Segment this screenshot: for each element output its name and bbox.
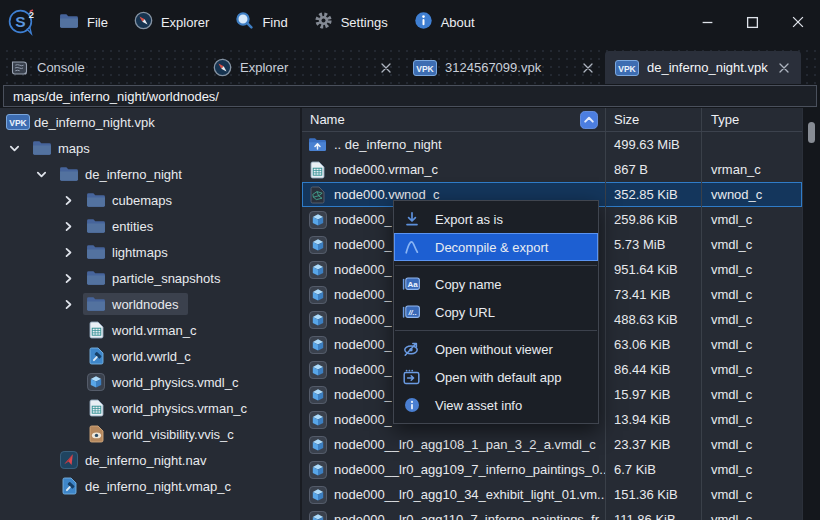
tree-item-de-inferno-night-vmap-c[interactable]: de_inferno_night.vmap_c	[0, 473, 300, 499]
menu-explorer[interactable]: Explorer	[121, 0, 222, 44]
tab-explorer[interactable]: Explorer	[203, 51, 403, 84]
tab-close-button[interactable]	[775, 59, 793, 77]
menu-settings[interactable]: Settings	[301, 0, 401, 44]
tree-item-maps[interactable]: maps	[0, 135, 300, 161]
context-menu-item-open-with-default-app[interactable]: Open with default app	[394, 363, 598, 391]
info-icon	[414, 11, 433, 33]
column-header-name[interactable]: Name	[302, 108, 605, 131]
file-type: vmdl_c	[701, 207, 802, 232]
tree-item-world-vrman-c[interactable]: world.vrman_c	[0, 317, 300, 343]
file-name: node000_	[334, 212, 392, 227]
vertical-scrollbar[interactable]	[802, 108, 820, 520]
tree-item-de-inferno-night[interactable]: de_inferno_night	[0, 161, 300, 187]
menu-find[interactable]: Find	[222, 0, 300, 44]
vmdl-icon	[308, 386, 327, 404]
file-name: node000__lr0_agg109_7_inferno_paintings_…	[334, 462, 605, 477]
vmdl-icon	[308, 286, 327, 304]
tree-item-entities[interactable]: entities	[0, 213, 300, 239]
search-icon	[235, 11, 254, 33]
tree-item-label: de_inferno_night.vpk	[34, 115, 155, 130]
tree-item-cubemaps[interactable]: cubemaps	[0, 187, 300, 213]
menu-file[interactable]: File	[46, 0, 121, 44]
path-input[interactable]	[3, 85, 817, 107]
menu-label: Settings	[341, 15, 388, 30]
menu-label: Explorer	[161, 15, 209, 30]
tree-item-de-inferno-night-vpk[interactable]: VPKde_inferno_night.vpk	[0, 109, 300, 135]
tree-item-lightmaps[interactable]: lightmaps	[0, 239, 300, 265]
column-header-type[interactable]: Type	[701, 108, 802, 131]
file-row[interactable]: node000__lr0_agg110_7_inferno_paintings_…	[302, 507, 802, 520]
scrollbar-thumb[interactable]	[808, 122, 815, 143]
file-name: node000_	[334, 262, 392, 277]
tree-item-world-physics-vmdl-c[interactable]: world_physics.vmdl_c	[0, 369, 300, 395]
file-type: vmdl_c	[701, 432, 802, 457]
tree-item-label: world_physics.vmdl_c	[112, 375, 238, 390]
tree-item-world-visibility-vvis-c[interactable]: world_visibility.vvis_c	[0, 421, 300, 447]
tree-item-label: world_visibility.vvis_c	[112, 427, 234, 442]
file-size: 73.41 KiB	[605, 282, 701, 307]
tree-item-label: world.vwrld_c	[112, 349, 191, 364]
svg-text:2: 2	[28, 9, 33, 19]
tab-bar: ConsoleExplorerVPK3124567099.vpkVPKde_in…	[0, 44, 820, 84]
svg-text:Aa: Aa	[407, 280, 418, 289]
file-type	[701, 132, 802, 157]
vmdl-icon	[308, 436, 327, 454]
context-menu-item-open-without-viewer[interactable]: Open without viewer	[394, 335, 598, 363]
decompile-icon	[402, 239, 421, 255]
tree-item-label: lightmaps	[112, 245, 168, 260]
compass-icon	[213, 58, 232, 77]
vmdl-icon	[308, 261, 327, 279]
tree-item-worldnodes[interactable]: worldnodes	[0, 291, 300, 317]
vmdl-icon	[308, 336, 327, 354]
file-type: vmdl_c	[701, 407, 802, 432]
file-size: 259.86 KiB	[605, 207, 701, 232]
sort-ascending-icon[interactable]	[580, 111, 598, 129]
context-menu-item-view-asset-info[interactable]: View asset info	[394, 391, 598, 419]
tree-item-world-vwrld-c[interactable]: world.vwrld_c	[0, 343, 300, 369]
maximize-button[interactable]	[730, 0, 775, 44]
file-name: node000_	[334, 362, 392, 377]
tree-item-world-physics-vrman-c[interactable]: world_physics.vrman_c	[0, 395, 300, 421]
tab-close-button[interactable]	[579, 59, 597, 77]
tab-close-button[interactable]	[377, 59, 395, 77]
file-name: node000__lr0_agg110_7_inferno_paintings_…	[334, 512, 605, 520]
vvis-icon	[86, 425, 106, 443]
column-header-size[interactable]: Size	[605, 108, 701, 131]
file-row[interactable]: .. de_inferno_night499.63 MiB	[302, 132, 802, 157]
vrman-icon	[86, 399, 106, 417]
compass-icon	[134, 11, 153, 33]
file-type: vmdl_c	[701, 382, 802, 407]
tree-item-de-inferno-night-nav[interactable]: de_inferno_night.nav	[0, 447, 300, 473]
file-name: node000_	[334, 237, 392, 252]
context-menu-label: Export as is	[435, 212, 503, 227]
file-row[interactable]: node000__lr0_agg109_7_inferno_paintings_…	[302, 457, 802, 482]
tab-de-inferno-night-vpk[interactable]: VPKde_inferno_night.vpk	[605, 51, 801, 84]
tree-item-particle-snapshots[interactable]: particle_snapshots	[0, 265, 300, 291]
file-type: vmdl_c	[701, 257, 802, 282]
vmdl-icon	[308, 411, 327, 429]
context-menu-item-copy-name[interactable]: AaCopy name	[394, 270, 598, 298]
file-type: vmdl_c	[701, 482, 802, 507]
folderup-icon	[308, 137, 327, 152]
vmdl-icon	[308, 511, 327, 520]
tab-3124567099-vpk[interactable]: VPK3124567099.vpk	[403, 51, 605, 84]
file-row[interactable]: node000.vrman_c867 Bvrman_c	[302, 157, 802, 182]
context-menu-item-export-as-is[interactable]: Export as is	[394, 205, 598, 233]
context-menu-item-decompile-export[interactable]: Decompile & export	[394, 233, 598, 261]
minimize-button[interactable]	[685, 0, 730, 44]
context-menu-label: Copy URL	[435, 305, 495, 320]
tab-label: 3124567099.vpk	[445, 60, 541, 75]
file-name: node000__lr0_agg10_34_exhibit_light_01.v…	[334, 487, 605, 502]
file-row[interactable]: node000__lr0_agg108_1_pan_3_2_a.vmdl_c23…	[302, 432, 802, 457]
folder-icon	[86, 218, 106, 234]
folder-icon	[86, 244, 106, 260]
file-row[interactable]: node000__lr0_agg10_34_exhibit_light_01.v…	[302, 482, 802, 507]
context-menu-item-copy-url[interactable]: //..Copy URL	[394, 298, 598, 326]
eyeslash-icon	[402, 341, 421, 357]
file-size: 63.06 KiB	[605, 332, 701, 357]
menu-about[interactable]: About	[401, 0, 488, 44]
path-bar	[0, 84, 820, 108]
tab-console[interactable]: Console	[0, 51, 203, 84]
console-icon	[10, 60, 29, 76]
close-button[interactable]	[775, 0, 820, 44]
